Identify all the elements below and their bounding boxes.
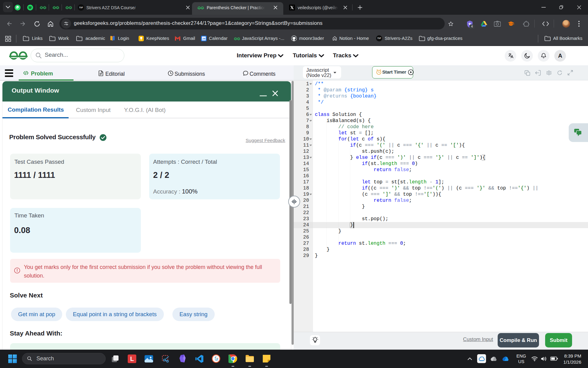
svg-text:26: 26	[202, 37, 205, 40]
